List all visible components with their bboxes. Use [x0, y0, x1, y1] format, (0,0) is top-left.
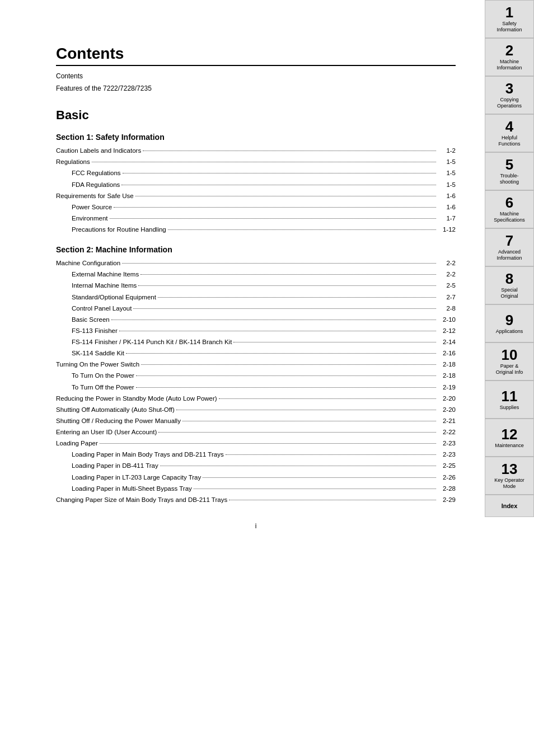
sidebar-tab-9[interactable]: 10Paper & Original Info	[485, 342, 534, 381]
toc-title: Shutting Off Automatically (Auto Shut-Of…	[56, 404, 175, 415]
page-title: Contents	[56, 45, 456, 66]
toc-page: 2-25	[438, 460, 456, 471]
toc-entry: Standard/Optional Equipment 2-7	[56, 292, 456, 303]
toc-entry: Requirements for Safe Use 1-6	[56, 190, 456, 201]
toc-dots	[119, 331, 436, 331]
toc-dots	[121, 185, 436, 185]
toc-title: Loading Paper in DB-411 Tray	[56, 460, 158, 471]
toc-dots	[110, 218, 436, 219]
sidebar-tab-2[interactable]: 3Copying Operations	[485, 76, 534, 114]
tab-number: 5	[505, 157, 513, 172]
toc-entry: To Turn On the Power 2-18	[56, 370, 456, 381]
toc-page: 2-14	[438, 336, 456, 348]
toc-title: Control Panel Layout	[56, 303, 132, 314]
sidebar-tab-0[interactable]: 1Safety Information	[485, 0, 534, 38]
toc-entry: Loading Paper in Multi-Sheet Bypass Tray…	[56, 483, 456, 494]
toc-dots	[100, 443, 436, 444]
toc-dots	[138, 285, 436, 286]
toc-page: 2-10	[438, 314, 456, 325]
sidebar-tab-5[interactable]: 6Machine Specifications	[485, 190, 534, 228]
toc-page: 1-7	[438, 213, 456, 224]
sidebar-tab-8[interactable]: 9Applications	[485, 304, 534, 342]
sidebar-index-tab[interactable]: Index	[485, 495, 534, 517]
toc-entry: Shutting Off / Reducing the Power Manual…	[56, 415, 456, 426]
sidebar-tab-1[interactable]: 2Machine Information	[485, 38, 534, 76]
toc-page: 2-28	[438, 483, 456, 494]
tab-label: Trouble- shooting	[500, 173, 519, 185]
toc-dots	[158, 297, 436, 298]
toc-entry: FS-114 Finisher / PK-114 Punch Kit / BK-…	[56, 336, 456, 348]
sidebar-tab-12[interactable]: 13Key Operator Mode	[485, 457, 534, 495]
toc-entry: Power Source 1-6	[56, 201, 456, 213]
tab-number: 7	[505, 233, 513, 248]
toc-dots	[168, 229, 436, 230]
toc-page: 2-19	[438, 382, 456, 393]
tab-label: Paper & Original Info	[496, 363, 523, 375]
toc-title: FCC Regulations	[56, 167, 121, 179]
toc-title: FS-113 Finisher	[56, 325, 118, 336]
toc-dots	[226, 454, 436, 455]
tab-label: Machine Specifications	[494, 211, 525, 223]
toc-page: 1-12	[438, 224, 456, 235]
toc-entry: Loading Paper in Main Body Trays and DB-…	[56, 449, 456, 460]
toc-dots	[143, 151, 436, 151]
toc-entry: Loading Paper in DB-411 Tray 2-25	[56, 460, 456, 471]
toc-page: 2-2	[438, 257, 456, 269]
toc-entry: FS-113 Finisher 2-12	[56, 325, 456, 336]
basic-title: Basic	[56, 108, 456, 123]
toc-page: 2-23	[438, 449, 456, 460]
toc-page: 2-8	[438, 303, 456, 314]
toc-page: 1-5	[438, 167, 456, 179]
sidebar-tab-11[interactable]: 12Maintenance	[485, 419, 534, 457]
toc-page: 1-5	[438, 179, 456, 190]
toc-title: Entering an User ID (User Account)	[56, 426, 157, 438]
toc-dots	[135, 196, 436, 196]
page-number: i	[56, 522, 456, 530]
toc-entry: Shutting Off Automatically (Auto Shut-Of…	[56, 404, 456, 415]
toc-dots	[141, 364, 436, 365]
toc-title: Internal Machine Items	[56, 280, 137, 291]
toc-entry: Precautions for Routine Handling 1-12	[56, 224, 456, 235]
sidebar-tab-3[interactable]: 4Helpful Functions	[485, 114, 534, 152]
toc-page: 2-26	[438, 472, 456, 483]
toc-title: Regulations	[56, 156, 90, 167]
toc-entry: External Machine Items 2-2	[56, 269, 456, 280]
toc-dots	[123, 173, 436, 173]
toc-entry: Machine Configuration 2-2	[56, 257, 456, 269]
section-heading: Section 2: Machine Information	[56, 245, 456, 254]
toc-title: Machine Configuration	[56, 257, 120, 269]
toc-title: Reducing the Power in Standby Mode (Auto…	[56, 393, 217, 404]
toc-dots	[176, 410, 436, 410]
toc-sections: Section 1: Safety Information Caution La…	[56, 133, 456, 505]
toc-dots	[160, 466, 436, 466]
toc-dots	[182, 421, 436, 421]
sidebar-tab-6[interactable]: 7Advanced Information	[485, 228, 534, 266]
toc-title: FDA Regulations	[56, 179, 120, 190]
tab-number: 6	[505, 195, 513, 210]
tab-number: 9	[505, 313, 513, 327]
section-heading: Section 1: Safety Information	[56, 133, 456, 142]
sidebar-tab-4[interactable]: 5Trouble- shooting	[485, 152, 534, 190]
tab-label: Copying Operations	[497, 97, 522, 109]
tab-number: 4	[505, 119, 513, 134]
toc-entry: Internal Machine Items 2-5	[56, 280, 456, 291]
tab-label: Applications	[496, 328, 523, 335]
toc-dots	[122, 263, 436, 264]
toc-entry: FDA Regulations 1-5	[56, 179, 456, 190]
tab-label: Advanced Information	[496, 249, 522, 261]
sidebar-tab-7[interactable]: 8Special Original	[485, 266, 534, 304]
toc-title: Basic Screen	[56, 314, 110, 325]
tab-number: 3	[505, 81, 513, 96]
toc-page: 2-20	[438, 393, 456, 404]
toc-title: Requirements for Safe Use	[56, 190, 134, 201]
toc-dots	[111, 320, 436, 320]
sidebar-tab-10[interactable]: 11Supplies	[485, 381, 534, 419]
tab-number: 1	[505, 5, 513, 20]
toc-title: FS-114 Finisher / PK-114 Punch Kit / BK-…	[56, 336, 232, 348]
toc-page: 2-16	[438, 348, 456, 359]
toc-dots	[114, 207, 436, 208]
toc-title: Turning On the Power Switch	[56, 359, 139, 370]
toc-page: 1-2	[438, 145, 456, 156]
toc-page: 1-6	[438, 201, 456, 213]
toc-dots	[126, 353, 436, 354]
